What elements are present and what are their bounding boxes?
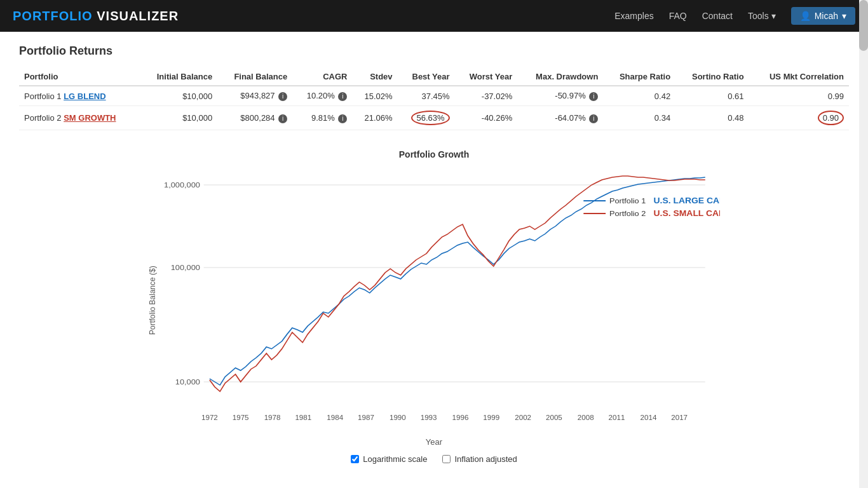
cell-cagr: 10.20% i bbox=[292, 86, 352, 106]
cell-max-drawdown: -50.97% i bbox=[517, 86, 603, 106]
cagr-info-icon[interactable]: i bbox=[338, 114, 347, 123]
log-scale-checkbox[interactable] bbox=[351, 455, 359, 463]
cell-us-mkt-corr: 0.90 bbox=[749, 106, 849, 130]
max-drawdown-info-icon[interactable]: i bbox=[589, 92, 598, 101]
cell-stdev: 15.02% bbox=[352, 86, 397, 106]
svg-text:1996: 1996 bbox=[452, 414, 469, 421]
cell-max-drawdown: -64.07% i bbox=[517, 106, 603, 130]
scrollbar[interactable] bbox=[859, 0, 868, 477]
tools-caret-icon: ▾ bbox=[771, 11, 776, 21]
svg-text:2011: 2011 bbox=[609, 414, 625, 421]
user-caret-icon: ▾ bbox=[842, 11, 846, 21]
chart-options: Logarithmic scale Inflation adjusted bbox=[148, 454, 720, 464]
portfolio-link[interactable]: LG BLEND bbox=[64, 92, 105, 101]
svg-text:U.S. LARGE CAP BLEND: U.S. LARGE CAP BLEND bbox=[654, 196, 720, 205]
inflation-checkbox[interactable] bbox=[442, 455, 451, 463]
svg-text:1978: 1978 bbox=[264, 414, 281, 421]
svg-text:2008: 2008 bbox=[578, 414, 594, 421]
cell-portfolio: Portfolio 2 SM GROWTH bbox=[19, 106, 140, 130]
portfolio-num: Portfolio 1 bbox=[24, 92, 64, 101]
cell-sharpe: 0.42 bbox=[603, 86, 675, 106]
nav-examples[interactable]: Examples bbox=[614, 11, 653, 21]
returns-table: Portfolio Initial Balance Final Balance … bbox=[19, 68, 849, 130]
nav-contact[interactable]: Contact bbox=[702, 11, 733, 21]
log-scale-label: Logarithmic scale bbox=[363, 454, 427, 464]
final-balance-info-icon[interactable]: i bbox=[278, 114, 287, 123]
nav-faq[interactable]: FAQ bbox=[669, 11, 687, 21]
col-header-sharpe: Sharpe Ratio bbox=[603, 68, 675, 86]
log-scale-option[interactable]: Logarithmic scale bbox=[351, 454, 427, 464]
portfolio-growth-chart: 1,000,000 100,000 10,000 1972 1975 1978 … bbox=[159, 166, 720, 433]
svg-text:2002: 2002 bbox=[515, 414, 531, 421]
col-header-final-balance: Final Balance bbox=[217, 68, 292, 86]
svg-text:Portfolio 2: Portfolio 2 bbox=[609, 210, 646, 218]
svg-text:1984: 1984 bbox=[327, 414, 343, 421]
cell-sortino: 0.48 bbox=[675, 106, 749, 130]
scrollbar-thumb[interactable] bbox=[859, 0, 868, 51]
cell-final-balance: $943,827 i bbox=[217, 86, 292, 106]
svg-text:2005: 2005 bbox=[546, 414, 562, 421]
cell-best-year: 37.45% bbox=[398, 86, 455, 106]
col-header-worst-year: Worst Year bbox=[455, 68, 518, 86]
max-drawdown-info-icon[interactable]: i bbox=[589, 114, 598, 123]
nav-tools-button[interactable]: Tools ▾ bbox=[748, 11, 776, 21]
svg-text:1993: 1993 bbox=[421, 414, 437, 421]
cell-sortino: 0.61 bbox=[675, 86, 749, 106]
col-header-sortino: Sortino Ratio bbox=[675, 68, 749, 86]
navbar-links: Examples FAQ Contact Tools ▾ 👤 Micah ▾ bbox=[614, 7, 855, 25]
nav-user-button[interactable]: 👤 Micah ▾ bbox=[791, 7, 855, 25]
chart-inner: 1,000,000 100,000 10,000 1972 1975 1978 … bbox=[159, 166, 720, 435]
svg-text:2014: 2014 bbox=[641, 414, 657, 421]
svg-text:1975: 1975 bbox=[233, 414, 249, 421]
brand-portfolio: PORTFOLIO bbox=[13, 9, 93, 23]
chart-title: Portfolio Growth bbox=[148, 149, 720, 159]
inflation-option[interactable]: Inflation adjusted bbox=[442, 454, 517, 464]
tools-label: Tools bbox=[748, 11, 769, 21]
col-header-portfolio: Portfolio bbox=[19, 68, 140, 86]
table-row: Portfolio 1 LG BLEND$10,000$943,827 i10.… bbox=[19, 86, 849, 106]
x-axis-label: Year bbox=[148, 437, 720, 447]
cagr-info-icon[interactable]: i bbox=[338, 92, 347, 101]
us-mkt-corr-circled: 0.90 bbox=[818, 111, 844, 125]
svg-text:1987: 1987 bbox=[358, 414, 374, 421]
cell-portfolio: Portfolio 1 LG BLEND bbox=[19, 86, 140, 106]
col-header-best-year: Best Year bbox=[398, 68, 455, 86]
cell-worst-year: -37.02% bbox=[455, 86, 518, 106]
main-content: Portfolio Returns Portfolio Initial Bala… bbox=[0, 32, 868, 477]
svg-text:100,000: 100,000 bbox=[171, 264, 201, 272]
svg-text:Portfolio 1: Portfolio 1 bbox=[609, 197, 646, 205]
col-header-initial-balance: Initial Balance bbox=[140, 68, 217, 86]
user-label: Micah bbox=[815, 11, 838, 21]
brand-visualizer: VISUALIZER bbox=[97, 9, 179, 23]
best-year-circled: 56.63% bbox=[411, 111, 449, 125]
svg-text:1999: 1999 bbox=[483, 414, 499, 421]
table-header-row: Portfolio Initial Balance Final Balance … bbox=[19, 68, 849, 86]
col-header-stdev: Stdev bbox=[352, 68, 397, 86]
final-balance-info-icon[interactable]: i bbox=[278, 92, 287, 101]
cell-us-mkt-corr: 0.99 bbox=[749, 86, 849, 106]
navbar: PORTFOLIO VISUALIZER Examples FAQ Contac… bbox=[0, 0, 868, 32]
svg-text:1981: 1981 bbox=[295, 414, 311, 421]
col-header-max-drawdown: Max. Drawdown bbox=[517, 68, 603, 86]
svg-text:1990: 1990 bbox=[390, 414, 406, 421]
chart-wrap: Portfolio Balance ($) 1,000,000 100,000 … bbox=[148, 166, 720, 435]
brand-logo: PORTFOLIO VISUALIZER bbox=[13, 9, 179, 24]
svg-text:1972: 1972 bbox=[201, 414, 218, 421]
table-row: Portfolio 2 SM GROWTH$10,000$800,284 i9.… bbox=[19, 106, 849, 130]
cell-stdev: 21.06% bbox=[352, 106, 397, 130]
cell-initial-balance: $10,000 bbox=[140, 86, 217, 106]
cell-final-balance: $800,284 i bbox=[217, 106, 292, 130]
portfolio-num: Portfolio 2 bbox=[24, 113, 64, 123]
portfolio-link[interactable]: SM GROWTH bbox=[64, 113, 116, 123]
col-header-cagr: CAGR bbox=[292, 68, 352, 86]
svg-text:1,000,000: 1,000,000 bbox=[164, 181, 200, 189]
chart-container: Portfolio Growth Portfolio Balance ($) 1… bbox=[148, 149, 720, 464]
y-axis-label: Portfolio Balance ($) bbox=[148, 180, 157, 421]
cell-sharpe: 0.34 bbox=[603, 106, 675, 130]
page-title: Portfolio Returns bbox=[19, 44, 849, 58]
col-header-us-mkt-corr: US Mkt Correlation bbox=[749, 68, 849, 86]
cell-best-year: 56.63% bbox=[398, 106, 455, 130]
user-icon: 👤 bbox=[800, 11, 811, 21]
cell-initial-balance: $10,000 bbox=[140, 106, 217, 130]
cell-cagr: 9.81% i bbox=[292, 106, 352, 130]
